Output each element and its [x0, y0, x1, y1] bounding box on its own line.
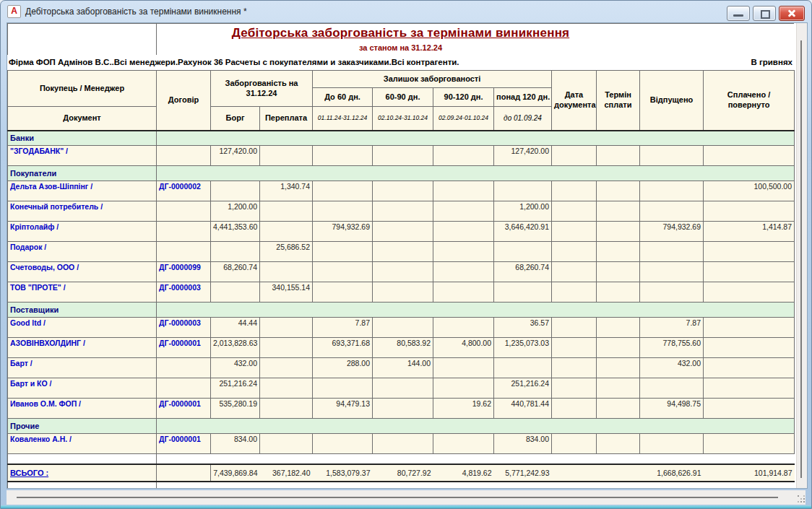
totals-cell-a90120[interactable]: 4,819.62 — [433, 464, 494, 482]
amount-cell-a120[interactable]: 1,200.00 — [494, 201, 552, 222]
customer-cell[interactable]: Дельта Азов-Шіппінг / — [8, 181, 157, 201]
amount-cell-pereplata[interactable]: 340,155.14 — [260, 282, 313, 303]
amount-cell-borg[interactable]: 127,420.00 — [211, 146, 260, 166]
amount-cell-a120[interactable]: 440,781.44 — [494, 399, 552, 419]
amount-cell-borg — [211, 181, 260, 201]
amount-cell-a120[interactable]: 36.57 — [494, 318, 552, 338]
amount-cell-pereplata — [260, 434, 313, 454]
amount-cell-shipped[interactable]: 94,498.75 — [640, 399, 704, 419]
titlebar[interactable]: A Дебіторська заборгованість за термінам… — [1, 1, 811, 22]
totals-cell-a120[interactable]: 5,771,242.93 — [494, 464, 552, 482]
amount-cell-docdate — [552, 242, 597, 262]
section-filler — [157, 166, 795, 181]
amount-cell-a120[interactable]: 251,216.24 — [494, 378, 552, 399]
customer-cell[interactable]: Конечный потребитель / — [8, 201, 157, 222]
amount-cell-a60[interactable]: 94,479.13 — [313, 399, 373, 419]
amount-cell-a90120 — [433, 318, 494, 338]
data-row: Дельта Азов-Шіппінг /ДГ-00000021,340.741… — [8, 181, 795, 201]
amount-cell-a120[interactable]: 3,646,420.91 — [494, 222, 552, 242]
amount-cell-shipped[interactable]: 794,932.69 — [640, 222, 704, 242]
window-title: Дебіторська заборгованість за термінами … — [25, 6, 247, 17]
customer-cell[interactable]: Кріптолайф / — [8, 222, 157, 242]
totals-cell-borg[interactable]: 7,439,869.84 — [211, 464, 260, 482]
amount-cell-paid — [704, 242, 795, 262]
totals-cell-paid[interactable]: 101,914.87 — [704, 464, 795, 482]
contract-cell[interactable]: ДГ-0000003 — [157, 318, 211, 338]
amount-cell-borg[interactable]: 251,216.24 — [211, 378, 260, 399]
contract-cell[interactable]: ДГ-0000099 — [157, 262, 211, 282]
amount-cell-a120[interactable]: 834.00 — [494, 434, 552, 454]
restore-button[interactable] — [753, 6, 776, 21]
amount-cell-a60[interactable]: 288.00 — [313, 358, 373, 378]
amount-cell-paid[interactable]: 100,500.00 — [704, 181, 795, 201]
resize-grip[interactable] — [798, 495, 806, 504]
totals-cell-due — [597, 464, 640, 482]
amount-cell-shipped[interactable]: 778,755.60 — [640, 338, 704, 358]
amount-cell-a120[interactable]: 68,260.74 — [494, 262, 552, 282]
contract-cell[interactable]: ДГ-0000002 — [157, 181, 211, 201]
totals-cell-shipped[interactable]: 1,668,626.91 — [640, 464, 704, 482]
header-shipped: Відпущено — [640, 71, 704, 131]
amount-cell-paid — [704, 262, 795, 282]
close-button[interactable] — [779, 6, 805, 21]
contract-cell[interactable]: ДГ-0000003 — [157, 282, 211, 303]
vertical-scrollbar[interactable] — [796, 23, 807, 488]
amount-cell-pereplata — [260, 146, 313, 166]
customer-cell[interactable]: ТОВ "ПРОТЕ" / — [8, 282, 157, 303]
minimize-button[interactable] — [727, 6, 750, 21]
amount-cell-pereplata — [260, 201, 313, 222]
window-bottom-edge — [1, 505, 811, 508]
amount-cell-a6090[interactable]: 80,583.92 — [373, 338, 433, 358]
amount-cell-borg[interactable]: 68,260.74 — [211, 262, 260, 282]
customer-cell[interactable]: Барт / — [8, 358, 157, 378]
amount-cell-shipped[interactable]: 432.00 — [640, 358, 704, 378]
customer-cell[interactable]: Счетоводы, ООО / — [8, 262, 157, 282]
customer-cell[interactable]: Подарок / — [8, 242, 157, 262]
amount-cell-shipped — [640, 181, 704, 201]
amount-cell-a120[interactable]: 127,420.00 — [494, 146, 552, 166]
amount-cell-borg[interactable]: 2,013,828.63 — [211, 338, 260, 358]
amount-cell-a90120 — [433, 201, 494, 222]
spreadsheet[interactable]: Дебіторська заборгованість за термінами … — [7, 23, 797, 488]
amount-cell-shipped[interactable]: 7.87 — [640, 318, 704, 338]
amount-cell-borg[interactable]: 535,280.19 — [211, 399, 260, 419]
amount-cell-a60[interactable]: 693,371.68 — [313, 338, 373, 358]
horizontal-scrollbar-thumb[interactable] — [17, 497, 778, 498]
amount-cell-pereplata — [260, 358, 313, 378]
amount-cell-borg[interactable]: 44.44 — [211, 318, 260, 338]
contract-cell[interactable]: ДГ-0000001 — [157, 399, 211, 419]
customer-cell[interactable]: Good ltd / — [8, 318, 157, 338]
amount-cell-a6090[interactable]: 144.00 — [373, 358, 433, 378]
customer-cell[interactable]: "ЗГОДАБАНК" / — [8, 146, 157, 166]
amount-cell-borg[interactable]: 4,441,353.60 — [211, 222, 260, 242]
amount-cell-a60[interactable]: 7.87 — [313, 318, 373, 338]
horizontal-scrollbar[interactable] — [7, 490, 805, 505]
vertical-scrollbar-thumb[interactable] — [800, 40, 802, 478]
amount-cell-a120[interactable]: 1,235,073.03 — [494, 338, 552, 358]
contract-cell[interactable]: ДГ-0000001 — [157, 434, 211, 454]
amount-cell-paid[interactable]: 1,414.87 — [704, 222, 795, 242]
amount-cell-paid — [704, 399, 795, 419]
amount-cell-borg[interactable]: 432.00 — [211, 358, 260, 378]
customer-cell[interactable]: Барт и КО / — [8, 378, 157, 399]
totals-cell-a6090[interactable]: 80,727.92 — [373, 464, 433, 482]
amount-cell-docdate — [552, 338, 597, 358]
totals-cell-pereplata[interactable]: 367,182.40 — [260, 464, 313, 482]
customer-cell[interactable]: Коваленко А.Н. / — [8, 434, 157, 454]
amount-cell-a60[interactable]: 794,932.69 — [313, 222, 373, 242]
header-buyer-manager: Покупець / Менеджер — [8, 71, 157, 107]
amount-cell-a6090 — [373, 146, 433, 166]
amount-cell-borg[interactable]: 834.00 — [211, 434, 260, 454]
amount-cell-pereplata[interactable]: 25,686.52 — [260, 242, 313, 262]
contract-cell[interactable]: ДГ-0000001 — [157, 338, 211, 358]
customer-cell[interactable]: АЗОВІНВХОЛДИНГ / — [8, 338, 157, 358]
amount-cell-a90120[interactable]: 4,800.00 — [433, 338, 494, 358]
amount-cell-a6090 — [373, 242, 433, 262]
amount-cell-a90120[interactable]: 19.62 — [433, 399, 494, 419]
totals-label[interactable]: ВСЬОГО : — [8, 464, 157, 482]
customer-cell[interactable]: Иванов О.М. ФОП / — [8, 399, 157, 419]
amount-cell-borg[interactable]: 1,200.00 — [211, 201, 260, 222]
data-row: Счетоводы, ООО /ДГ-000009968,260.7468,26… — [8, 262, 795, 282]
totals-cell-a60[interactable]: 1,583,079.37 — [313, 464, 373, 482]
amount-cell-pereplata[interactable]: 1,340.74 — [260, 181, 313, 201]
